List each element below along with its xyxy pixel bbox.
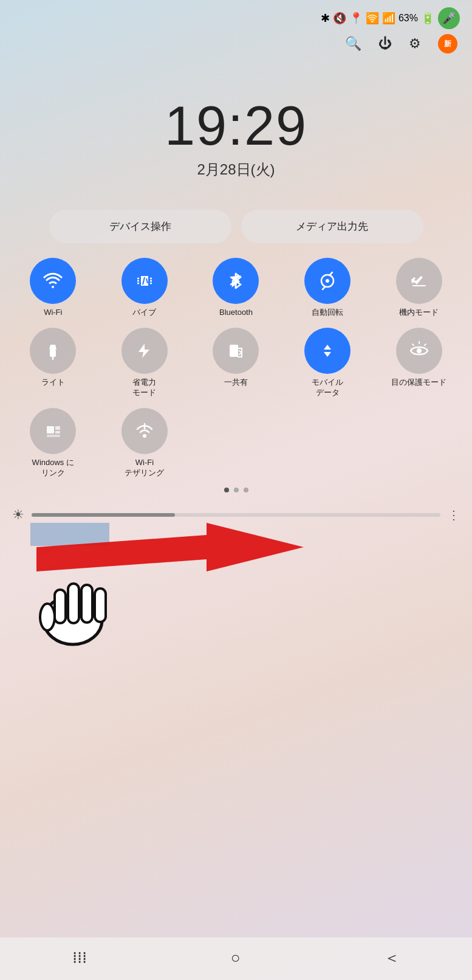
svg-line-17	[425, 344, 426, 345]
airplanemode-toggle-label: 機内モード	[399, 308, 439, 318]
status-bar: ✱ 🔇 📍 🛜 📶 63% 🔋 🎤	[0, 0, 472, 32]
svg-point-23	[143, 434, 146, 438]
toggle-wifitether[interactable]: Wi-Fiテザリング	[101, 408, 188, 478]
quick-actions-row: 🔍 ⏻ ⚙ 新	[0, 32, 472, 58]
svg-point-11	[326, 279, 329, 283]
toggles-row-1: Wi-Fi バイブ	[0, 253, 472, 323]
media-output-button[interactable]: メディア出力先	[241, 210, 423, 243]
nav-back-button[interactable]: ＜	[384, 947, 400, 968]
toggle-flashlight[interactable]: ライト	[10, 328, 97, 398]
wifitether-toggle-label: Wi-Fiテザリング	[125, 458, 164, 478]
svg-point-31	[40, 604, 55, 630]
eyeprotect-toggle-label: 目の保護モード	[391, 378, 446, 388]
share-toggle-circle[interactable]	[213, 328, 259, 374]
flashlight-toggle-circle[interactable]	[30, 328, 76, 374]
svg-rect-22	[47, 435, 60, 437]
svg-rect-20	[55, 426, 60, 430]
search-button[interactable]: 🔍	[345, 36, 361, 52]
power-button[interactable]: ⏻	[378, 36, 392, 52]
autorotate-toggle-label: 自動回転	[312, 308, 343, 318]
svg-rect-27	[55, 590, 66, 623]
mic-button[interactable]: 🎤	[438, 7, 460, 29]
new-badge-button[interactable]: 新	[438, 34, 457, 53]
share-toggle-label: 一共有	[224, 378, 248, 388]
toggle-bluetooth[interactable]: Bluetooth	[193, 258, 279, 318]
signal-status-icon: 📶	[382, 12, 395, 25]
windowslink-toggle-circle[interactable]	[30, 408, 76, 454]
toggle-windowslink[interactable]: Windows にリンク	[10, 408, 97, 478]
dot-3	[244, 488, 248, 492]
wifitether-toggle-circle[interactable]	[121, 408, 168, 454]
toggle-autorotate[interactable]: 自動回転	[284, 258, 371, 318]
bluetooth-toggle-circle[interactable]	[213, 258, 259, 304]
vibe-toggle-circle[interactable]	[121, 258, 168, 304]
panel-buttons-row: デバイス操作 メディア出力先	[0, 198, 472, 253]
vibe-toggle-label: バイブ	[132, 308, 156, 318]
svg-rect-30	[95, 588, 106, 622]
svg-rect-21	[55, 431, 60, 433]
brightness-menu-icon[interactable]: ⋮	[448, 508, 460, 522]
brightness-slider[interactable]	[32, 513, 440, 517]
toggle-powersave[interactable]: 省電力モード	[101, 328, 188, 398]
battery-percent: 63%	[398, 13, 418, 24]
powersave-toggle-circle[interactable]	[121, 328, 168, 374]
dot-1	[224, 488, 229, 492]
svg-rect-28	[68, 584, 79, 623]
svg-point-26	[44, 596, 102, 644]
mobiledata-toggle-label: モバイルデータ	[312, 378, 343, 398]
airplanemode-toggle-circle[interactable]	[396, 258, 442, 304]
toggle-airplanemode[interactable]: 機内モード	[375, 258, 462, 318]
battery-icon: 🔋	[421, 12, 434, 25]
dot-2	[234, 488, 239, 492]
wifi-toggle-circle[interactable]	[30, 258, 76, 304]
bluetooth-toggle-label: Bluetooth	[219, 308, 253, 318]
toggles-row-3: Windows にリンク Wi-Fiテザリング	[0, 403, 472, 483]
wifi-highlight-box	[30, 523, 109, 546]
wifi-status-icon: 🛜	[366, 12, 379, 25]
clock-area: 19:29 2月28日(火)	[0, 58, 472, 198]
windowslink-toggle-label: Windows にリンク	[32, 458, 74, 478]
svg-rect-12	[50, 350, 56, 357]
status-icons: ✱ 🔇 📍 🛜 📶 63% 🔋	[321, 12, 434, 25]
eyeprotect-toggle-circle[interactable]	[396, 328, 442, 374]
mobiledata-toggle-circle[interactable]	[304, 328, 351, 374]
toggles-row-2: ライト 省電力モード 一共有 モバイルデータ	[0, 323, 472, 403]
svg-point-15	[417, 348, 422, 353]
svg-line-18	[412, 344, 414, 345]
clock-date: 2月28日(火)	[12, 160, 460, 179]
settings-button[interactable]: ⚙	[409, 36, 421, 52]
svg-rect-29	[81, 585, 92, 623]
mute-status-icon: 🔇	[333, 12, 346, 25]
nav-menu-button[interactable]: ⁞⁞⁞	[72, 948, 87, 967]
powersave-toggle-label: 省電力モード	[132, 378, 156, 398]
brightness-sun-icon: ☀	[12, 507, 24, 523]
toggle-vibe[interactable]: バイブ	[101, 258, 188, 318]
toggle-wifi[interactable]: Wi-Fi	[10, 258, 97, 318]
svg-rect-19	[47, 426, 54, 433]
toggle-mobiledata[interactable]: モバイルデータ	[284, 328, 371, 398]
page-dots	[0, 483, 472, 497]
clock-time: 19:29	[12, 95, 460, 157]
toggle-share[interactable]: 一共有	[193, 328, 279, 398]
svg-rect-14	[230, 345, 238, 357]
brightness-fill	[32, 513, 175, 517]
nav-bar: ⁞⁞⁞ ○ ＜	[0, 937, 472, 980]
nav-home-button[interactable]: ○	[231, 948, 241, 967]
toggle-eyeprotect[interactable]: 目の保護モード	[375, 328, 462, 398]
flashlight-toggle-label: ライト	[41, 378, 65, 388]
autorotate-toggle-circle[interactable]	[304, 258, 351, 304]
device-control-button[interactable]: デバイス操作	[49, 210, 231, 243]
location-status-icon: 📍	[349, 12, 363, 25]
bluetooth-status-icon: ✱	[321, 12, 330, 25]
new-badge-label: 新	[438, 34, 457, 53]
wifi-toggle-label: Wi-Fi	[44, 308, 62, 318]
